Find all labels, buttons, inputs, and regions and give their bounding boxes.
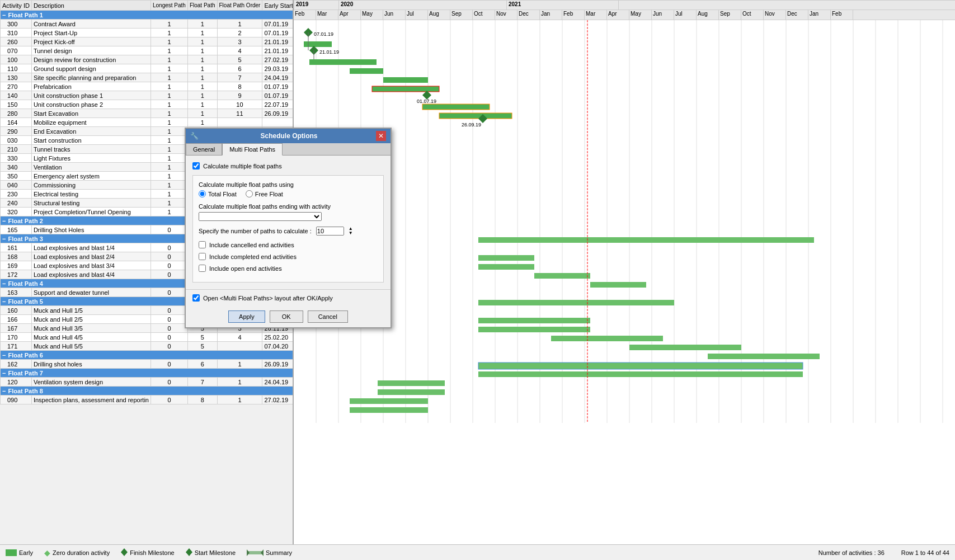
dialog-buttons: Apply OK Cancel [186,306,391,327]
finish-milestone-label: Finish Milestone [130,549,174,556]
open-label: Include open end activities [209,265,282,272]
open-checkbox[interactable] [199,265,206,272]
paths-count-label: Specify the number of paths to calculate… [199,228,312,234]
using-label-row: Calculate multiple float paths using [199,181,378,188]
total-float-label: Total Float [199,190,237,197]
start-milestone-label: Start Milestone [195,549,236,556]
summary-legend-icon [247,549,264,556]
dialog-icon: 🔧 [190,132,199,140]
apply-button[interactable]: Apply [228,310,265,323]
cancel-button[interactable]: Cancel [308,310,348,323]
svg-marker-41 [186,548,192,556]
legend-finish-milestone: Finish Milestone [121,548,174,557]
status-right: Number of activities : 36 Row 1 to 44 of… [818,549,949,556]
early-legend-box [6,549,17,556]
radio-group: Total Float Free Float [199,190,378,197]
open-checkbox-row: Include open end activities [199,265,378,272]
finish-milestone-icon [121,548,128,557]
dialog-content: Calculate multiple float paths Calculate… [186,156,391,289]
free-float-text: Free Float [255,191,283,197]
total-float-text: Total Float [208,191,237,197]
paths-count-row: Specify the number of paths to calculate… [199,227,378,236]
free-float-label: Free Float [246,190,283,197]
zero-legend-icon: ◆ [44,548,50,557]
tab-multi-float-paths[interactable]: Multi Float Paths [222,143,283,156]
ok-button[interactable]: OK [270,310,303,323]
paths-count-input[interactable] [316,227,344,236]
open-layout-row: Open <Multi Float Paths> layout after OK… [186,289,391,306]
legend-start-milestone: Start Milestone [186,548,236,557]
using-label: Calculate multiple float paths using [199,181,294,188]
legend-early: Early [6,549,33,556]
options-section: Calculate multiple float paths using Tot… [192,175,384,283]
early-legend-label: Early [19,549,33,556]
status-bar: Early ◆ Zero duration activity Finish Mi… [0,544,955,560]
dialog-overlay: 🔧 Schedule Options ✕ General Multi Float… [0,0,955,544]
svg-marker-44 [261,549,264,556]
calculate-checkbox-row: Calculate multiple float paths [192,162,384,170]
dialog-close-button[interactable]: ✕ [376,131,386,141]
tab-general[interactable]: General [186,143,222,155]
ending-activity-row [199,212,378,221]
open-layout-checkbox[interactable] [192,294,200,302]
cancelled-checkbox-row: Include cancelled end activities [199,241,378,248]
zero-legend-label: Zero duration activity [53,549,110,556]
dialog-title: Schedule Options [260,132,317,140]
ending-label: Calculate multiple float paths ending wi… [199,203,331,210]
ending-label-row: Calculate multiple float paths ending wi… [199,203,378,210]
main-container: Activity ID Description Longest Path Flo… [0,0,955,560]
completed-checkbox[interactable] [199,253,206,260]
svg-marker-40 [121,548,128,556]
calculate-label: Calculate multiple float paths [203,163,282,170]
paths-count-spinner[interactable]: ▲ ▼ [349,227,353,236]
open-layout-label: Open <Multi Float Paths> layout after OK… [203,295,333,302]
free-float-radio[interactable] [246,190,253,197]
schedule-options-dialog: 🔧 Schedule Options ✕ General Multi Float… [185,128,392,328]
legend-zero: ◆ Zero duration activity [44,548,110,557]
content-area: Activity ID Description Longest Path Flo… [0,0,955,544]
summary-legend-label: Summary [266,549,292,556]
completed-checkbox-row: Include completed end activities [199,253,378,260]
legend-summary: Summary [247,549,292,556]
dialog-titlebar: 🔧 Schedule Options ✕ [186,129,391,143]
start-milestone-icon [186,548,192,557]
row-info: Row 1 to 44 of 44 [901,549,949,556]
dialog-tabs: General Multi Float Paths [186,143,391,156]
calculate-checkbox[interactable] [192,162,200,170]
ending-activity-select[interactable] [199,212,322,221]
completed-label: Include completed end activities [209,253,297,260]
cancelled-label: Include cancelled end activities [209,242,294,248]
activities-count: Number of activities : 36 [818,549,885,556]
cancelled-checkbox[interactable] [199,241,206,248]
svg-marker-43 [247,549,250,556]
total-float-radio[interactable] [199,190,206,197]
